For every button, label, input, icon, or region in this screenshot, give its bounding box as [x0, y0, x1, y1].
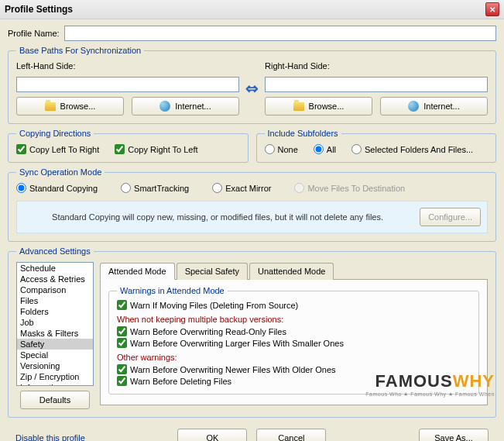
- left-internet-button[interactable]: Internet...: [132, 97, 239, 115]
- warn-newer-checkbox[interactable]: Warn Before Overwriting Newer Files With…: [117, 364, 471, 374]
- advanced-item-safety[interactable]: Safety: [17, 339, 93, 350]
- globe-icon: [159, 101, 170, 112]
- right-path-input[interactable]: [265, 77, 488, 92]
- mode-standard-radio[interactable]: Standard Copying: [16, 183, 98, 193]
- advanced-item-folders[interactable]: Folders: [17, 306, 93, 317]
- advanced-item-zip-encryption[interactable]: Zip / Encryption: [17, 371, 93, 382]
- sync-arrow-icon: ⇔: [245, 79, 259, 98]
- base-paths-legend: Base Paths For Synchronization: [16, 46, 144, 55]
- attended-mode-panel: Warnings in Attended Mode Warn If Moving…: [100, 280, 488, 405]
- include-subfolders-legend: Include Subfolders: [265, 129, 341, 138]
- subfolders-all-radio[interactable]: All: [314, 144, 336, 154]
- mode-move-radio: Move Files To Destination: [294, 183, 405, 193]
- right-browse-button[interactable]: Browse...: [265, 97, 372, 115]
- advanced-tabs: Attended ModeSpecial SafetyUnattended Mo…: [100, 262, 488, 280]
- configure-button: Configure...: [420, 208, 481, 226]
- copying-directions-legend: Copying Directions: [16, 129, 94, 138]
- subfolders-none-radio[interactable]: None: [265, 144, 298, 154]
- sync-mode-group: Sync Operation Mode Standard Copying Sma…: [8, 167, 496, 242]
- profile-name-input[interactable]: [64, 26, 496, 41]
- advanced-settings-group: Advanced Settings ScheduleAccess & Retri…: [8, 246, 496, 418]
- titlebar: Profile Settings ✕: [0, 0, 504, 19]
- advanced-item-comparison[interactable]: Comparison: [17, 284, 93, 295]
- advanced-category-list[interactable]: ScheduleAccess & RetriesComparisonFilesF…: [16, 262, 94, 386]
- mode-exact-radio[interactable]: Exact Mirror: [212, 183, 271, 193]
- save-as-button[interactable]: Save As...: [419, 429, 489, 441]
- right-internet-button[interactable]: Internet...: [380, 97, 488, 115]
- folder-icon: [293, 102, 304, 111]
- warn-moving-checkbox[interactable]: Warn If Moving Files (Deleting From Sour…: [117, 300, 471, 310]
- base-paths-group: Base Paths For Synchronization Left-Hand…: [8, 46, 496, 124]
- profile-name-label: Profile Name:: [8, 29, 60, 38]
- warnings-legend: Warnings in Attended Mode: [117, 286, 228, 295]
- advanced-item-schedule[interactable]: Schedule: [17, 263, 93, 274]
- ok-button[interactable]: OK: [177, 429, 247, 441]
- defaults-button[interactable]: Defaults: [20, 391, 90, 409]
- warnings-group: Warnings in Attended Mode Warn If Moving…: [108, 286, 479, 394]
- left-browse-button[interactable]: Browse...: [16, 97, 124, 115]
- right-side-label: Right-Hand Side:: [265, 61, 488, 71]
- tab-special-safety[interactable]: Special Safety: [177, 263, 248, 280]
- globe-icon: [408, 101, 419, 112]
- warn-larger-checkbox[interactable]: Warn Before Overwriting Larger Files Wit…: [117, 338, 471, 348]
- cancel-button[interactable]: Cancel: [256, 429, 326, 441]
- window-title: Profile Settings: [5, 4, 73, 15]
- left-path-input[interactable]: [16, 77, 239, 92]
- folder-icon: [45, 102, 56, 111]
- tab-unattended-mode[interactable]: Unattended Mode: [249, 263, 334, 280]
- advanced-item-versioning[interactable]: Versioning: [17, 360, 93, 371]
- mode-smart-radio[interactable]: SmartTracking: [121, 183, 189, 193]
- sync-mode-legend: Sync Operation Mode: [16, 167, 105, 177]
- close-button[interactable]: ✕: [485, 2, 499, 16]
- backup-section-label: When not keeping multiple backup version…: [117, 315, 471, 324]
- warn-readonly-checkbox[interactable]: Warn Before Overwriting Read-Only Files: [117, 326, 471, 336]
- advanced-item-masks-filters[interactable]: Masks & Filters: [17, 328, 93, 339]
- advanced-settings-legend: Advanced Settings: [16, 246, 94, 256]
- subfolders-selected-radio[interactable]: Selected Folders And Files...: [351, 144, 473, 154]
- sync-mode-info-text: Standard Copying will copy new, missing,…: [23, 212, 412, 222]
- close-icon: ✕: [489, 5, 495, 14]
- sync-mode-info: Standard Copying will copy new, missing,…: [16, 201, 488, 233]
- footer-row: Disable this profile OK Cancel Save As..…: [8, 422, 496, 441]
- other-section-label: Other warnings:: [117, 353, 471, 362]
- warn-deleting-checkbox[interactable]: Warn Before Deleting Files: [117, 376, 471, 386]
- advanced-item-job[interactable]: Job: [17, 317, 93, 328]
- include-subfolders-group: Include Subfolders None All Selected Fol…: [256, 129, 497, 163]
- advanced-item-special[interactable]: Special: [17, 350, 93, 360]
- copying-directions-group: Copying Directions Copy Left To Right Co…: [8, 129, 249, 163]
- tab-attended-mode[interactable]: Attended Mode: [100, 263, 175, 280]
- advanced-item-files[interactable]: Files: [17, 295, 93, 306]
- copy-rtl-checkbox[interactable]: Copy Right To Left: [115, 144, 197, 154]
- advanced-item-access-retries[interactable]: Access & Retries: [17, 274, 93, 284]
- copy-ltr-checkbox[interactable]: Copy Left To Right: [16, 144, 99, 154]
- profile-name-row: Profile Name:: [8, 26, 496, 41]
- left-side-label: Left-Hand Side:: [16, 61, 239, 71]
- disable-profile-link[interactable]: Disable this profile: [15, 433, 85, 441]
- advanced-item-information[interactable]: Information: [17, 382, 93, 386]
